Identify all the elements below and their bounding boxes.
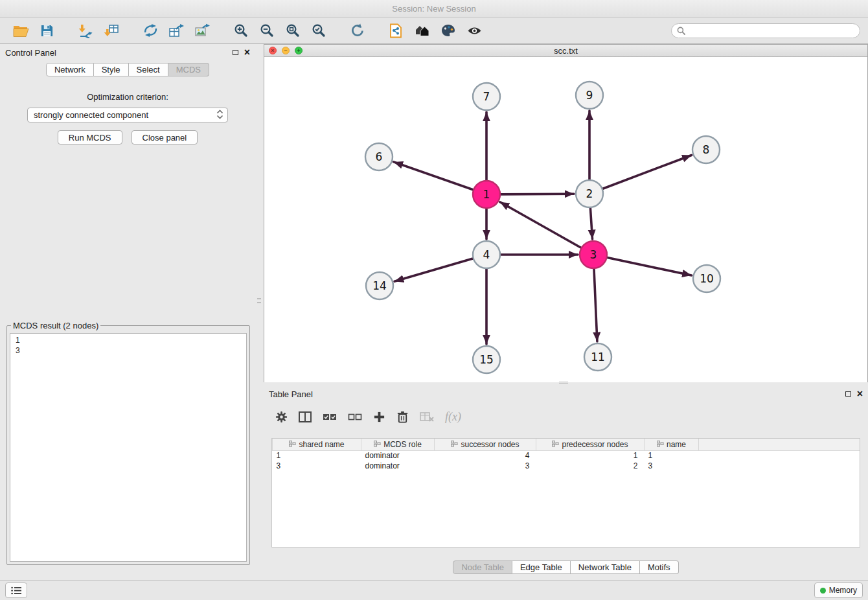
svg-text:6: 6	[376, 150, 383, 163]
tab-select[interactable]: Select	[129, 63, 168, 76]
table-cell[interactable]: 1	[273, 450, 361, 461]
node-9[interactable]: 9	[576, 82, 603, 109]
edge-4-14[interactable]	[394, 259, 473, 281]
add-column-button[interactable]	[373, 411, 385, 423]
node-2[interactable]: 2	[576, 180, 603, 207]
delete-column-button[interactable]	[396, 410, 409, 424]
zoom-out-button[interactable]	[254, 19, 280, 41]
save-session-button[interactable]	[34, 19, 60, 41]
optimization-dropdown[interactable]: strongly connected component	[27, 108, 228, 122]
import-table-icon	[104, 23, 119, 38]
edge-2-3[interactable]	[590, 208, 592, 239]
node-11[interactable]: 11	[584, 343, 611, 371]
node-4[interactable]: 4	[473, 241, 500, 268]
export-image-button[interactable]	[189, 19, 215, 41]
mcds-result-list[interactable]: 13	[10, 333, 247, 562]
close-window-button[interactable]: ×	[269, 47, 277, 54]
zoom-selected-button[interactable]	[306, 19, 332, 41]
home-view-button[interactable]	[409, 19, 435, 41]
tab-mcds[interactable]: MCDS	[168, 63, 209, 76]
node-7[interactable]: 7	[473, 83, 500, 110]
memory-button[interactable]: Memory	[814, 583, 863, 598]
tab-edge-table[interactable]: Edge Table	[512, 560, 571, 574]
vertical-splitter[interactable]	[255, 44, 264, 580]
edge-3-11[interactable]	[594, 269, 597, 341]
svg-text:3: 3	[590, 248, 597, 261]
table-cell[interactable]: 4	[435, 450, 536, 461]
table-panel-title: Table Panel	[269, 389, 313, 399]
column-header-successor-nodes[interactable]: successor nodes	[435, 439, 536, 450]
svg-text:2: 2	[586, 187, 593, 200]
open-file-button[interactable]	[8, 19, 34, 41]
table-row[interactable]: 3dominator323	[273, 461, 860, 471]
run-mcds-button[interactable]: Run MCDS	[58, 130, 122, 144]
node-14[interactable]: 14	[366, 272, 393, 299]
edge-3-10[interactable]	[608, 258, 692, 275]
node-10[interactable]: 10	[693, 265, 720, 292]
tab-node-table[interactable]: Node Table	[453, 560, 512, 574]
import-table-button[interactable]	[98, 19, 124, 41]
node-6[interactable]: 6	[365, 143, 393, 170]
edge-1-6[interactable]	[394, 162, 474, 190]
table-row[interactable]: 1dominator411	[273, 450, 860, 461]
table-header-row: shared nameMCDS rolesuccessor nodesprede…	[273, 439, 860, 450]
table-cell[interactable]: 3	[645, 461, 699, 471]
export-table-button[interactable]	[163, 19, 189, 41]
node-1[interactable]: 1	[473, 181, 500, 208]
network-window-titlebar[interactable]: × − + scc.txt	[264, 45, 867, 57]
tab-network-table[interactable]: Network Table	[571, 560, 640, 574]
edge-1-2[interactable]	[501, 194, 574, 194]
table-cell[interactable]: dominator	[361, 450, 435, 461]
column-header-shared-name[interactable]: shared name	[273, 439, 361, 450]
tab-motifs[interactable]: Motifs	[640, 560, 679, 574]
network-graph[interactable]: 7968124314101511	[264, 58, 867, 382]
minimize-window-button[interactable]: −	[282, 47, 290, 54]
column-header-name[interactable]: name	[645, 439, 699, 450]
tab-style[interactable]: Style	[94, 63, 129, 76]
float-table-panel-icon[interactable]	[845, 391, 851, 397]
import-network-button[interactable]	[73, 19, 98, 41]
network-layout-button[interactable]	[137, 19, 163, 41]
svg-text:7: 7	[483, 90, 490, 103]
horizontal-splitter[interactable]	[559, 382, 568, 384]
select-columns-button[interactable]	[299, 411, 312, 422]
close-panel-icon[interactable]: ×	[244, 49, 250, 56]
edge-3-1[interactable]	[500, 202, 581, 248]
eye-icon	[467, 25, 482, 36]
table-cell[interactable]: 2	[536, 461, 645, 471]
table-cell[interactable]: 3	[435, 461, 536, 471]
window-titlebar[interactable]: Session: New Session	[0, 0, 868, 17]
table-cell[interactable]: dominator	[361, 461, 435, 471]
column-header-mcds-role[interactable]: MCDS role	[361, 439, 435, 450]
node-3[interactable]: 3	[580, 241, 607, 268]
select-all-button[interactable]	[323, 413, 337, 421]
node-8[interactable]: 8	[692, 136, 720, 163]
table-cell[interactable]: 1	[645, 450, 699, 461]
show-hide-button[interactable]	[461, 19, 487, 41]
svg-text:4: 4	[483, 248, 490, 261]
deselect-all-button[interactable]	[348, 413, 362, 421]
close-panel-button[interactable]: Close panel	[131, 130, 198, 144]
task-list-icon	[11, 586, 21, 595]
search-input[interactable]	[689, 25, 854, 36]
float-panel-icon[interactable]	[233, 50, 238, 55]
node-15[interactable]: 15	[473, 346, 500, 373]
edge-2-8[interactable]	[603, 156, 692, 189]
table-cell[interactable]: 1	[536, 450, 645, 461]
tab-network[interactable]: Network	[46, 63, 94, 76]
zoom-in-button[interactable]	[228, 19, 254, 41]
task-history-button[interactable]	[5, 583, 27, 598]
dropdown-stepper-icon	[216, 110, 223, 121]
table-settings-button[interactable]	[275, 411, 288, 423]
splitter-grip	[257, 298, 261, 299]
table-cell[interactable]: 3	[273, 461, 361, 471]
zoom-fit-button[interactable]	[280, 19, 306, 41]
home-icon	[415, 24, 430, 37]
column-header-predecessor-nodes[interactable]: predecessor nodes	[536, 439, 645, 450]
style-palette-button[interactable]	[435, 19, 461, 41]
close-table-panel-icon[interactable]: ×	[857, 391, 863, 397]
maximize-window-button[interactable]: +	[295, 47, 303, 54]
refresh-view-button[interactable]	[345, 19, 371, 41]
network-document-button[interactable]	[383, 19, 409, 41]
function-builder-icon: f(x)	[445, 410, 461, 424]
